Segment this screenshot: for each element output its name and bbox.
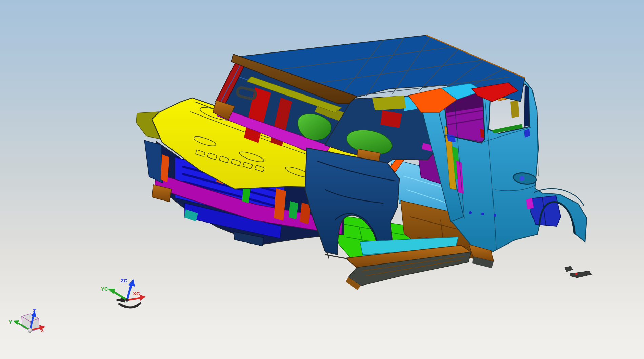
door-dot-2 bbox=[481, 213, 484, 215]
wheelhouse-box-blue[interactable] bbox=[531, 196, 561, 226]
quarter-window-navy-strip[interactable] bbox=[524, 85, 529, 127]
model-3d-canvas[interactable]: ZCYCXCZYX bbox=[0, 0, 644, 359]
door-dot-1 bbox=[469, 211, 472, 214]
door-handle-blue[interactable] bbox=[520, 176, 524, 181]
view-origin-sphere[interactable] bbox=[28, 328, 33, 333]
view-label-z: Z bbox=[33, 308, 36, 313]
debris-part-large[interactable] bbox=[570, 271, 592, 278]
view-label-x: X bbox=[41, 328, 44, 333]
wcs-z-axis-shaft[interactable] bbox=[127, 284, 132, 300]
wcs-label-yc: YC bbox=[101, 286, 108, 292]
debris-red-dot bbox=[575, 273, 578, 275]
wcs-label-zc: ZC bbox=[121, 278, 127, 283]
quarter-window-olive-bracket[interactable] bbox=[510, 100, 519, 118]
fender-tip-navy[interactable] bbox=[144, 140, 163, 183]
wcs-x-axis-head[interactable] bbox=[140, 295, 146, 301]
wcs-z-axis-head[interactable] bbox=[128, 279, 135, 287]
door-dot-3 bbox=[494, 214, 496, 217]
wcs-label-xc: XC bbox=[133, 291, 140, 296]
wcs-x-axis-shaft[interactable] bbox=[127, 298, 140, 300]
wcs-origin[interactable] bbox=[125, 298, 129, 302]
view-y-axis-head[interactable] bbox=[13, 320, 19, 325]
cad-viewport[interactable]: ZCYCXCZYX bbox=[0, 0, 644, 359]
view-label-y: Y bbox=[9, 319, 12, 325]
debris-part-small[interactable] bbox=[565, 266, 573, 272]
wcs-rotate-arc[interactable] bbox=[119, 303, 140, 308]
